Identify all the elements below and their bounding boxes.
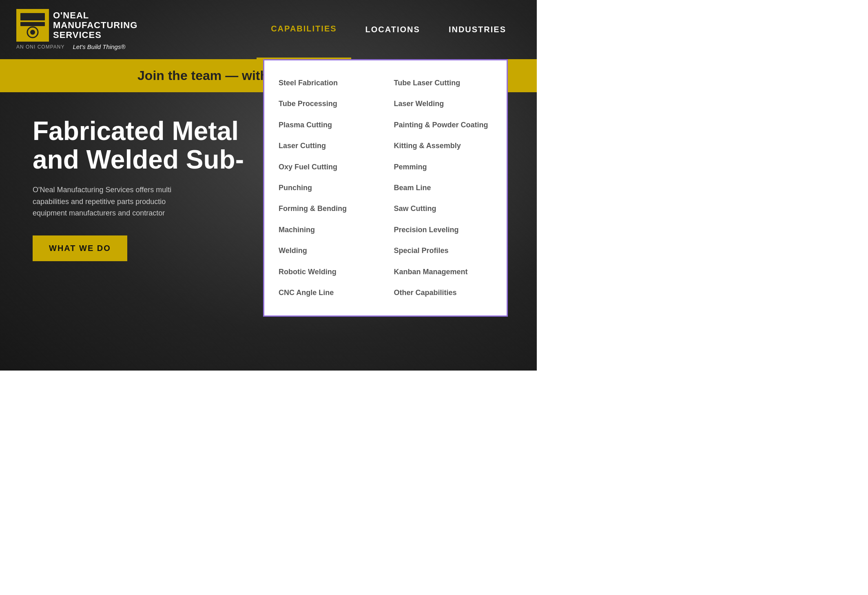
- logo-line1: O'NEAL: [53, 11, 137, 20]
- capability-item[interactable]: Welding: [279, 240, 377, 261]
- capability-item[interactable]: Other Capabilities: [394, 282, 493, 303]
- nav-capabilities[interactable]: CAPABILITIES: [257, 0, 351, 59]
- capabilities-dropdown: Steel FabricationTube ProcessingPlasma C…: [263, 59, 508, 317]
- capability-item[interactable]: Oxy Fuel Cutting: [279, 157, 377, 178]
- what-we-do-button[interactable]: WHAT WE DO: [33, 235, 127, 261]
- header: O'NEAL MANUFACTURING SERVICES AN ONI COM…: [0, 0, 537, 59]
- hero-title: Fabricated Metaland Welded Sub-: [33, 117, 298, 174]
- column-divider: [385, 73, 386, 303]
- capability-item[interactable]: Plasma Cutting: [279, 115, 377, 135]
- capability-item[interactable]: Robotic Welding: [279, 262, 377, 282]
- capabilities-right-column: Tube Laser CuttingLaser WeldingPainting …: [394, 73, 493, 303]
- capability-item[interactable]: Kitting & Assembly: [394, 135, 493, 156]
- ani-company-label: AN ONI COMPANY: [16, 44, 64, 50]
- logo-text: O'NEAL MANUFACTURING SERVICES: [53, 11, 137, 40]
- svg-rect-2: [20, 22, 45, 26]
- capability-item[interactable]: CNC Angle Line: [279, 282, 377, 303]
- capability-item[interactable]: Kanban Management: [394, 262, 493, 282]
- capability-item[interactable]: Punching: [279, 178, 377, 198]
- logo-sub: AN ONI COMPANY Let's Build Things®: [16, 43, 125, 50]
- capability-item[interactable]: Precision Leveling: [394, 220, 493, 240]
- capability-item[interactable]: Laser Welding: [394, 93, 493, 114]
- capability-item[interactable]: Beam Line: [394, 178, 493, 198]
- tagline-text: Let's Build Things®: [73, 43, 125, 50]
- logo-icon: [16, 9, 49, 42]
- logo-box: O'NEAL MANUFACTURING SERVICES: [16, 9, 137, 42]
- capability-item[interactable]: Steel Fabrication: [279, 73, 377, 93]
- nav-locations[interactable]: LOCATIONS: [351, 0, 434, 59]
- nav-industries[interactable]: INDUSTRIES: [434, 0, 520, 59]
- capability-item[interactable]: Painting & Powder Coating: [394, 115, 493, 135]
- capability-item[interactable]: Saw Cutting: [394, 198, 493, 219]
- main-nav: CAPABILITIES LOCATIONS INDUSTRIES: [257, 0, 520, 59]
- hero-description: O'Neal Manufacturing Services offers mul…: [33, 184, 298, 219]
- capabilities-columns: Steel FabricationTube ProcessingPlasma C…: [279, 73, 492, 303]
- logo-line2: MANUFACTURING: [53, 20, 137, 30]
- capability-item[interactable]: Machining: [279, 220, 377, 240]
- capability-item[interactable]: Special Profiles: [394, 240, 493, 261]
- capability-item[interactable]: Forming & Bending: [279, 198, 377, 219]
- capability-item[interactable]: Tube Laser Cutting: [394, 73, 493, 93]
- capability-item[interactable]: Laser Cutting: [279, 135, 377, 156]
- capability-item[interactable]: Tube Processing: [279, 93, 377, 114]
- svg-point-4: [30, 30, 35, 35]
- logo-line3: SERVICES: [53, 30, 137, 40]
- svg-rect-1: [20, 13, 45, 20]
- capabilities-left-column: Steel FabricationTube ProcessingPlasma C…: [279, 73, 377, 303]
- capability-item[interactable]: Pemming: [394, 157, 493, 178]
- logo-area: O'NEAL MANUFACTURING SERVICES AN ONI COM…: [16, 9, 137, 50]
